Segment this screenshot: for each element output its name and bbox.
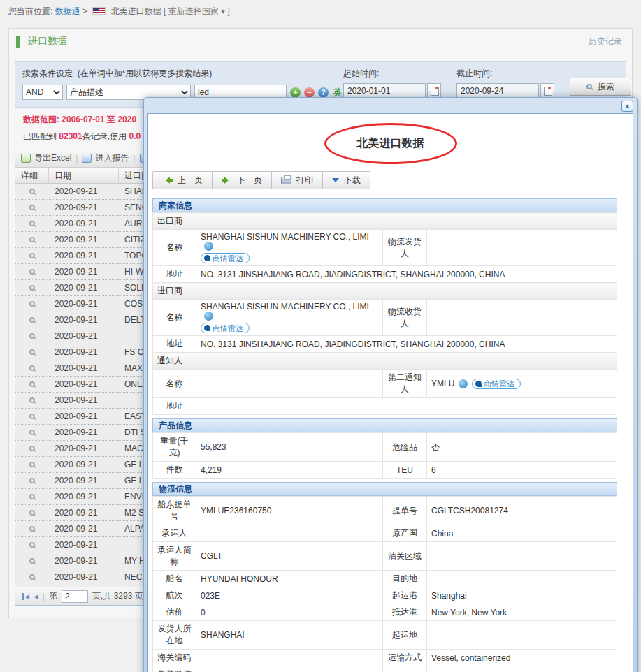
magnifier-icon[interactable] (29, 301, 35, 307)
importer-address: NO. 3131 JINSHAJIANG ROAD, JIADINGDISTRI… (196, 336, 617, 353)
magnifier-icon[interactable] (29, 189, 35, 194)
merchant-section: 商家信息 出口商 名称 SHANGHAI SISHUN MACHINERY CO… (152, 198, 617, 415)
red-ellipse-annotation: 北美进口数据 (324, 123, 457, 164)
info-row: 承运人原产国China (153, 525, 617, 542)
column-date[interactable]: 日期 (49, 168, 119, 183)
magnifier-icon[interactable] (29, 237, 35, 242)
field-value: YMLU9513585/45/YMAH132286 (196, 666, 383, 672)
remove-condition-icon[interactable]: − (304, 87, 315, 98)
next-page-button[interactable]: 下一页 (212, 171, 272, 189)
calendar-icon[interactable] (540, 83, 554, 98)
page-number-input[interactable] (62, 590, 88, 603)
magnifier-icon[interactable] (29, 269, 35, 275)
page-total-label: 页,共 3293 页 (92, 590, 143, 602)
globe-icon[interactable] (459, 379, 468, 388)
magnifier-icon[interactable] (29, 381, 35, 387)
export-excel-button[interactable]: 导出Excel (21, 152, 71, 164)
search-right: 起始时间: 截止时间: 搜索 (343, 68, 631, 100)
search-button[interactable]: 搜索 (570, 78, 631, 96)
field-label: 抵达港 (383, 604, 427, 621)
magnifier-icon[interactable] (29, 574, 35, 580)
radar-icon (204, 325, 210, 331)
calendar-icon[interactable] (427, 83, 441, 98)
row-date: 2020-09-21 (49, 219, 119, 228)
logistics-section: 物流信息 船东提单号YMLUE236160750提单号CGLTCSH200812… (152, 482, 617, 672)
row-date: 2020-09-21 (49, 524, 119, 534)
magnifier-icon[interactable] (29, 542, 35, 548)
importer-address-row: 地址 NO. 3131 JINSHAJIANG ROAD, JIADINGDIS… (153, 336, 617, 353)
magnifier-icon[interactable] (29, 430, 35, 435)
magnifier-icon[interactable] (29, 494, 35, 499)
market-radar-button[interactable]: 商情雷达 (201, 253, 250, 263)
print-button[interactable]: 打印 (271, 171, 323, 189)
green-right-arrow-icon (222, 177, 232, 184)
globe-icon[interactable] (204, 312, 213, 321)
breadcrumb-home-link[interactable]: 数据通 (55, 6, 80, 16)
magnifier-icon[interactable] (29, 221, 35, 226)
magnifier-icon[interactable] (29, 349, 35, 355)
magnifier-icon[interactable] (29, 526, 35, 532)
english-toggle[interactable]: 英 (332, 87, 343, 98)
prev-page-icon[interactable]: ◀ (34, 593, 38, 600)
magnifier-icon[interactable] (29, 205, 35, 210)
field-label: 承运人简称 (153, 542, 196, 571)
magnifier-icon[interactable] (29, 558, 35, 564)
field-value: 6 (427, 462, 617, 479)
magnifier-icon[interactable] (29, 462, 35, 467)
exporter-name: SHANGHAI SISHUN MACHINERY CO., LIMI (201, 232, 369, 242)
modal-inner: 北美进口数据 上一页 下一页 打印 下载 商家信 (147, 113, 633, 672)
magnifier-icon[interactable] (29, 317, 35, 323)
start-date-input[interactable] (343, 83, 426, 98)
breadcrumb-prefix: 您当前位置: (8, 6, 52, 16)
add-condition-icon[interactable]: + (290, 87, 301, 98)
search-hint: (在单词中加*用以获得更多搜索结果) (78, 68, 213, 78)
column-detail[interactable]: 详细 (15, 168, 49, 183)
field-label: 承运人 (153, 525, 196, 542)
field-label: 第二通知人 (383, 370, 427, 398)
second-notify-value: YMLU (431, 379, 454, 388)
magnifier-icon[interactable] (29, 414, 35, 419)
reselect-country-dropdown[interactable]: [ 重新选择国家 ▾ ] (164, 6, 230, 16)
help-icon[interactable]: ? (318, 87, 329, 98)
first-page-icon[interactable]: ◀ (22, 593, 29, 600)
prev-page-button[interactable]: 上一页 (152, 171, 213, 189)
field-value: New York, New York (427, 604, 617, 621)
magnifier-icon[interactable] (29, 446, 35, 451)
us-flag-icon (92, 7, 106, 15)
notify-address (196, 398, 617, 415)
market-radar-button[interactable]: 商情雷达 (201, 323, 250, 333)
modal-content: 商家信息 出口商 名称 SHANGHAI SISHUN MACHINERY CO… (152, 198, 617, 672)
info-row: 重量(千克)55,823危险品否 (153, 433, 617, 462)
magnifier-icon[interactable] (29, 397, 35, 403)
exporter-address: NO. 3131 JINSHAJIANG ROAD, JIADINGDISTRI… (196, 266, 617, 283)
row-date: 2020-09-21 (49, 428, 119, 437)
operator-select[interactable]: AND (22, 85, 63, 100)
magnifier-icon[interactable] (29, 365, 35, 371)
end-date-input[interactable] (456, 83, 539, 98)
row-date: 2020-09-21 (49, 187, 119, 196)
magnifier-icon[interactable] (29, 253, 35, 258)
close-icon[interactable]: × (621, 101, 633, 112)
row-date: 2020-09-21 (49, 331, 119, 341)
market-radar-button[interactable]: 商情雷达 (472, 379, 521, 389)
field-label: 原产国 (383, 525, 427, 542)
field-value: 0 (196, 604, 383, 621)
download-button[interactable]: 下载 (322, 171, 370, 189)
green-left-arrow-icon (162, 177, 173, 184)
field-label: 危险品 (383, 433, 427, 462)
magnifier-icon[interactable] (29, 478, 35, 483)
magnifier-icon[interactable] (29, 333, 35, 339)
printer-icon (281, 177, 291, 184)
field-label: 起运地 (383, 621, 427, 650)
field-value (196, 650, 383, 666)
radar-icon (475, 381, 482, 387)
history-link[interactable]: 历史记录 (589, 36, 622, 48)
magnifier-icon[interactable] (29, 510, 35, 516)
row-date: 2020-09-21 (49, 476, 119, 485)
field-label: 船名 (153, 571, 196, 587)
globe-icon[interactable] (204, 242, 213, 251)
field-value (196, 525, 383, 542)
enter-report-button[interactable]: 进入报告 (82, 152, 129, 164)
field-value (427, 621, 617, 650)
magnifier-icon[interactable] (29, 285, 35, 291)
